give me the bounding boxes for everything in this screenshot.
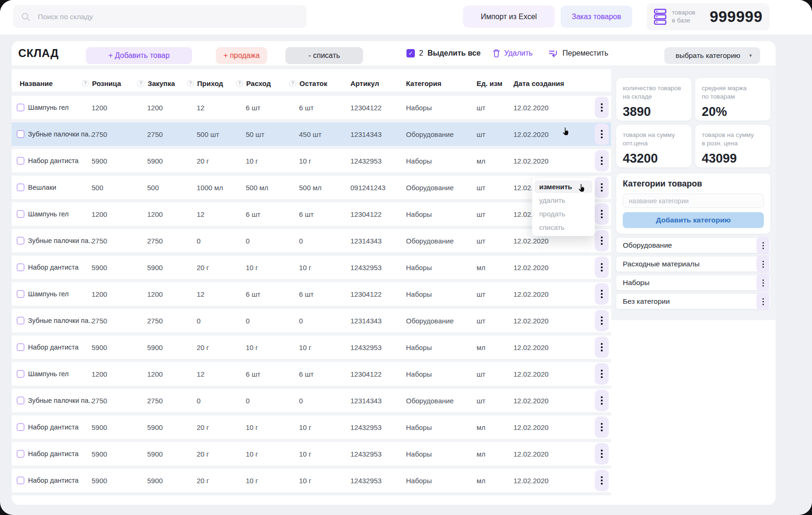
column-header-name[interactable]: Название xyxy=(12,79,82,87)
cell-stock: 10 г xyxy=(289,423,350,431)
stat-value: 43099 xyxy=(702,151,764,166)
table-row[interactable]: Набор дантиста5900590020 г10 г10 г124329… xyxy=(12,415,611,442)
column-header-retail[interactable]: ?Розница xyxy=(82,79,137,87)
cell-stock: 10 г xyxy=(289,343,350,351)
table-row[interactable]: Набор дантиста5900590020 г10 г10 г124329… xyxy=(12,442,611,469)
row-name: Вешлаки xyxy=(28,184,56,191)
row-menu-button[interactable] xyxy=(595,177,609,198)
category-menu-button[interactable] xyxy=(756,293,769,310)
row-menu-button[interactable] xyxy=(595,416,609,438)
table-row[interactable]: Шампунь гел12001200126 шт6 шт12304122Наб… xyxy=(12,282,611,309)
context-menu-item[interactable]: списать xyxy=(534,221,592,234)
row-menu-button[interactable] xyxy=(595,203,609,225)
column-header-purchase[interactable]: ?Закупка xyxy=(137,79,187,87)
cell-name: Шампунь гел xyxy=(12,370,82,378)
table-row[interactable]: Шампунь гел12001200126 шт6 шт12304122Наб… xyxy=(12,202,611,229)
column-label: Остаток xyxy=(299,79,328,87)
row-menu-button[interactable] xyxy=(595,150,609,172)
row-menu-button[interactable] xyxy=(595,443,609,465)
column-header-sku[interactable]: Артикул xyxy=(350,79,406,87)
table-row[interactable]: Вешлаки5005001000 мл500 мл500 мл09124124… xyxy=(12,176,611,202)
row-checkbox[interactable] xyxy=(17,104,24,111)
column-header-date[interactable]: Дата создания xyxy=(513,79,591,87)
column-header-category[interactable]: Категория xyxy=(406,79,477,87)
category-menu-button[interactable] xyxy=(756,255,769,273)
context-menu-item[interactable]: продать xyxy=(534,207,592,220)
row-checkbox[interactable] xyxy=(17,237,24,244)
category-filter-dropdown[interactable]: выбрать категорию ▼ xyxy=(664,47,760,64)
row-menu-button[interactable] xyxy=(595,363,609,385)
stat-label: количество товаров на складе xyxy=(623,84,685,100)
cell-income: 500 шт xyxy=(187,130,236,138)
table-row[interactable]: Набор дантиста5900590020 г10 г10 г124329… xyxy=(12,256,611,282)
context-menu-item[interactable]: удалить xyxy=(534,194,592,207)
row-checkbox[interactable] xyxy=(17,210,24,218)
row-checkbox[interactable] xyxy=(17,450,24,458)
cell-name: Набор дантиста xyxy=(12,343,82,351)
row-checkbox[interactable] xyxy=(17,317,24,324)
row-menu-button[interactable] xyxy=(595,257,609,278)
table-row[interactable]: Зубные палочки па..2750275000012314343Об… xyxy=(12,229,611,256)
category-menu-button[interactable] xyxy=(756,274,769,292)
row-checkbox[interactable] xyxy=(17,477,24,484)
table-row[interactable]: Зубные палочки па..27502750500 шт50 шт45… xyxy=(12,122,611,149)
context-menu-item[interactable]: изменить xyxy=(534,180,592,193)
search-input[interactable] xyxy=(37,12,299,21)
category-name-input[interactable] xyxy=(623,193,764,208)
cell-category: Наборы xyxy=(406,157,477,165)
row-checkbox[interactable] xyxy=(17,370,24,378)
row-name: Набор дантиста xyxy=(28,477,78,484)
writeoff-button[interactable]: - списать xyxy=(285,47,363,64)
cell-expense: 0 xyxy=(236,237,289,245)
cell-retail: 5900 xyxy=(82,343,137,351)
cell-sku: 12304122 xyxy=(350,104,406,112)
table-row[interactable]: Шампунь гел12001200126 шт6 шт12304122Наб… xyxy=(12,362,611,389)
add-product-button[interactable]: + Добавить товар xyxy=(86,47,192,64)
category-item[interactable]: Оборудование xyxy=(616,238,770,253)
delete-selected-button[interactable]: Удалить xyxy=(493,41,533,65)
row-checkbox[interactable] xyxy=(17,184,24,191)
table-row[interactable]: Зубные палочки па..2750275000012314343Об… xyxy=(12,309,611,336)
row-menu-button[interactable] xyxy=(595,123,609,145)
import-excel-button[interactable]: Импорт из Excel xyxy=(463,6,555,28)
select-all-checkbox[interactable]: ✓ xyxy=(406,49,415,57)
table-row[interactable]: Шампунь гел12001200126 шт6 шт12304122Наб… xyxy=(12,96,611,122)
row-menu-button[interactable] xyxy=(595,97,609,118)
select-all-label[interactable]: Выделить все xyxy=(427,49,481,57)
row-checkbox[interactable] xyxy=(17,343,24,351)
row-menu-button[interactable] xyxy=(595,336,609,358)
add-category-button[interactable]: Добавить категорию xyxy=(623,212,764,228)
search-bar[interactable] xyxy=(13,5,306,28)
row-menu-button[interactable] xyxy=(595,230,609,251)
column-header-income[interactable]: ?Приход xyxy=(187,79,236,87)
row-checkbox[interactable] xyxy=(17,130,24,138)
category-item[interactable]: Наборы xyxy=(616,275,770,290)
row-checkbox[interactable] xyxy=(17,423,24,431)
column-header-unit[interactable]: Ед. изм xyxy=(477,79,513,87)
row-checkbox[interactable] xyxy=(17,397,24,404)
row-checkbox[interactable] xyxy=(17,157,24,165)
category-item[interactable]: Без категории xyxy=(616,294,770,309)
cell-purchase: 1200 xyxy=(137,290,187,298)
cell-retail: 500 xyxy=(82,184,137,192)
column-header-expense[interactable]: ?Расход xyxy=(236,79,289,87)
cell-name: Зубные палочки па.. xyxy=(12,130,82,138)
table-row[interactable]: Набор дантиста5900590020 г10 г10 г124329… xyxy=(12,336,611,362)
row-menu-button[interactable] xyxy=(595,283,609,305)
order-goods-button[interactable]: Заказ товаров xyxy=(561,6,632,28)
row-checkbox[interactable] xyxy=(17,290,24,298)
table-row[interactable]: Набор дантиста5900590020 г10 г10 г124329… xyxy=(12,149,611,176)
category-menu-button[interactable] xyxy=(756,236,769,254)
category-item[interactable]: Расходные материалы xyxy=(616,257,770,272)
cell-name: Шампунь гел xyxy=(12,290,82,298)
move-selected-button[interactable]: Переместить xyxy=(548,41,608,65)
row-checkbox[interactable] xyxy=(17,264,24,271)
cell-stock: 0 xyxy=(289,397,350,405)
column-header-stock[interactable]: ?Остаток xyxy=(289,79,350,87)
row-menu-button[interactable] xyxy=(595,310,609,331)
row-menu-button[interactable] xyxy=(595,470,609,491)
row-menu-button[interactable] xyxy=(595,390,609,411)
table-row[interactable]: Набор дантиста5900590020 г10 г10 г124329… xyxy=(12,469,611,495)
table-row[interactable]: Зубные палочки па..2750275000012314343Об… xyxy=(12,389,611,415)
sale-button[interactable]: + продажа xyxy=(216,47,267,64)
